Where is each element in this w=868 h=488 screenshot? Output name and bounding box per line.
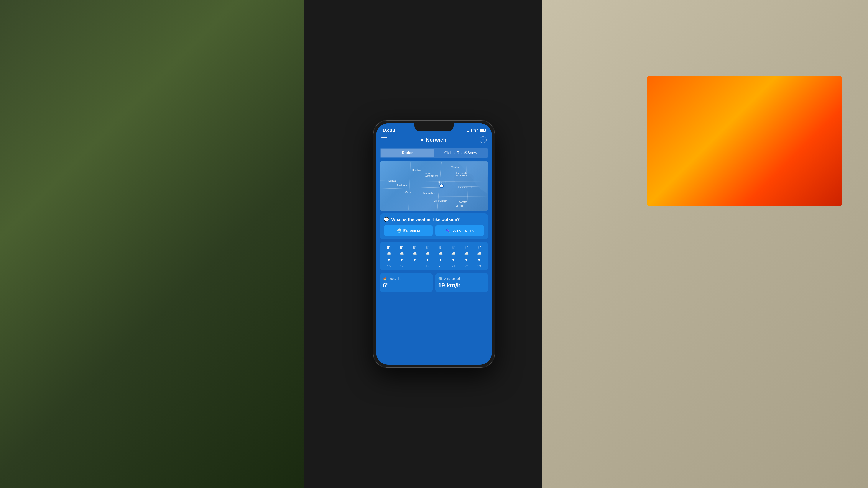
svg-point-0 — [475, 131, 476, 132]
weather-question-header: 💬 What is the weather like outside? — [384, 217, 484, 222]
weather-buttons: 🌧️ It's raining 🌂 It's not raining — [384, 225, 484, 236]
time-label-5: 21 — [447, 264, 460, 268]
temp-3: 8° — [421, 246, 434, 250]
feels-like-title: 🔥 Feels like — [383, 276, 430, 281]
temp-0: 8° — [382, 246, 395, 250]
icon-6: ☁️ — [460, 251, 473, 256]
wind-speed-value: 19 km/h — [438, 282, 485, 289]
svg-rect-3 — [381, 140, 387, 141]
svg-rect-1 — [381, 137, 387, 138]
icon-0: ☁️ — [382, 251, 395, 256]
timeline-dot-6 — [465, 259, 467, 261]
weather-question-card: 💬 What is the weather like outside? 🌧️ I… — [380, 214, 488, 239]
radar-tabs: Radar Global Rain&Snow — [380, 148, 488, 158]
bottom-cards: 🔥 Feels like 6° 💨 Wind speed 19 km/h — [380, 273, 488, 292]
dot-4 — [434, 259, 447, 261]
tab-radar[interactable]: Radar — [381, 149, 434, 158]
location-arrow-icon: ➤ — [420, 137, 424, 142]
hourly-item-4: 8° ☁️ — [434, 246, 447, 257]
icon-2: ☁️ — [408, 251, 421, 256]
feels-like-value: 6° — [383, 282, 430, 289]
not-raining-icon: 🌂 — [445, 228, 450, 233]
timeline-dot-0 — [388, 259, 390, 261]
hourly-item-0: 8° ☁️ — [382, 246, 395, 257]
timeline-dot-3 — [427, 259, 428, 261]
add-location-button[interactable]: + — [479, 136, 487, 143]
map-label-wymondham: Wymondham — [423, 192, 436, 194]
its-raining-button[interactable]: 🌧️ It's raining — [384, 225, 433, 236]
map-label-swaffham: Swaffham — [397, 184, 407, 186]
icon-3: ☁️ — [421, 251, 434, 256]
svg-line-7 — [409, 162, 410, 209]
timeline-dot-1 — [401, 259, 403, 261]
background-right — [542, 0, 868, 488]
header-location: ➤ Norwich — [420, 137, 446, 143]
signal-bar-4 — [471, 129, 472, 132]
icon-7: ☁️ — [473, 251, 486, 256]
hourly-item-6: 8° ☁️ — [460, 246, 473, 257]
time-label-2: 18 — [408, 264, 421, 268]
monitor-screen — [647, 76, 842, 206]
phone-wrapper: 16:08 — [373, 120, 495, 368]
time-label-0: 16 — [382, 264, 395, 268]
feels-like-card: 🔥 Feels like 6° — [380, 273, 433, 292]
not-raining-button[interactable]: 🌂 It's not raining — [435, 225, 484, 236]
raining-label: It's raining — [403, 228, 420, 233]
svg-rect-2 — [381, 139, 387, 139]
map-label-dereham: Dereham — [412, 169, 421, 171]
signal-bar-1 — [467, 131, 468, 132]
dot-1 — [395, 259, 408, 261]
map-location-pin — [439, 184, 444, 188]
timeline-dot-4 — [440, 259, 441, 261]
map-label-great-yarmouth: Great Yarmouth — [458, 186, 473, 188]
dot-3 — [421, 259, 434, 261]
hourly-forecast: 8° ☁️ 8° ☁️ 8° ☁️ 8° ☁️ — [380, 242, 488, 270]
temp-6: 8° — [460, 246, 473, 250]
map-background: Marham Dereham Swaffham Watton Wroxham N… — [380, 161, 488, 211]
temp-7: 8° — [473, 246, 486, 250]
map-label-broads: The BroadsNational Park — [456, 172, 469, 177]
hourly-item-1: 8° ☁️ — [395, 246, 408, 257]
menu-icon[interactable] — [381, 137, 387, 143]
map-label-norwich: Norwich — [438, 181, 446, 183]
hourly-item-5: 8° ☁️ — [447, 246, 460, 257]
map-label-watton: Watton — [405, 191, 411, 193]
time-label-1: 17 — [395, 264, 408, 268]
icon-1: ☁️ — [395, 251, 408, 256]
question-text: What is the weather like outside? — [391, 217, 460, 222]
background-left — [0, 0, 304, 488]
hourly-item-2: 8° ☁️ — [408, 246, 421, 257]
location-name: Norwich — [426, 137, 446, 143]
time-labels-row: 16 17 18 19 20 — [382, 264, 486, 268]
signal-bars — [467, 129, 472, 132]
battery-fill — [480, 129, 484, 131]
temp-5: 8° — [447, 246, 460, 250]
app-content: 16:08 — [376, 123, 492, 365]
map-label-lowestoft: Lowestoft — [458, 201, 467, 203]
temp-4: 8° — [434, 246, 447, 250]
wind-speed-title: 💨 Wind speed — [438, 276, 485, 281]
tab-global-rain-snow[interactable]: Global Rain&Snow — [434, 149, 487, 158]
battery-icon — [479, 129, 486, 132]
dot-2 — [408, 259, 421, 261]
map-label-marham: Marham — [389, 180, 397, 182]
signal-bar-3 — [470, 130, 470, 132]
hourly-item-7: 8° ☁️ — [473, 246, 486, 257]
phone-body: 16:08 — [373, 120, 495, 368]
phone-notch — [414, 123, 454, 131]
timeline-row — [382, 259, 486, 262]
map-label-wroxham: Wroxham — [452, 166, 461, 168]
wind-speed-icon: 💨 — [438, 276, 442, 281]
temp-1: 8° — [395, 246, 408, 250]
timeline-line — [382, 261, 486, 261]
time-label-3: 19 — [421, 264, 434, 268]
raining-icon: 🌧️ — [397, 228, 401, 233]
time-label-4: 20 — [434, 264, 447, 268]
timeline-dot-5 — [453, 259, 454, 261]
icon-4: ☁️ — [434, 251, 447, 256]
signal-bar-2 — [468, 131, 469, 132]
hourly-temps-row: 8° ☁️ 8° ☁️ 8° ☁️ 8° ☁️ — [382, 246, 486, 257]
map-container[interactable]: Marham Dereham Swaffham Watton Wroxham N… — [380, 161, 488, 211]
dot-7 — [473, 259, 486, 261]
dot-6 — [460, 259, 473, 261]
